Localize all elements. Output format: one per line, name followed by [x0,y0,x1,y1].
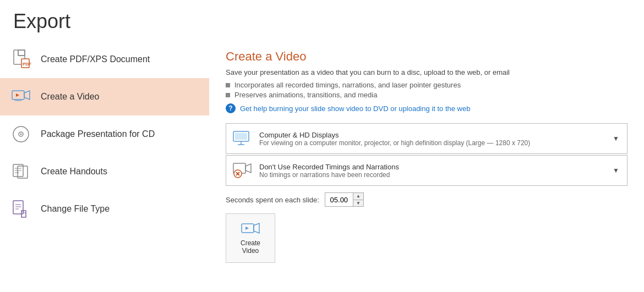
sidebar-item-pdf-label: Create PDF/XPS Document [41,54,150,64]
sidebar: PDF Create PDF/XPS Document Create a Vid… [0,38,209,292]
file-type-icon [10,198,32,220]
timings-dropdown-main: Don't Use Recorded Timings and Narration… [259,163,604,171]
svg-marker-33 [245,227,249,230]
spinner-buttons: ▲ ▼ [353,193,363,206]
svg-marker-7 [24,91,30,100]
create-video-button-icon [241,222,260,237]
help-icon: ? [226,103,236,113]
svg-marker-32 [254,223,259,233]
timings-dropdown-text: Don't Use Recorded Timings and Narration… [259,163,604,179]
bullet-item-1: Incorporates all recorded timings, narra… [226,81,627,89]
sidebar-item-filetype-label: Change File Type [41,204,110,214]
sidebar-item-package-cd[interactable]: Package Presentation for CD [0,115,209,153]
timings-dropdown-sub: No timings or narrations have been recor… [259,171,604,179]
pdf-icon: PDF [10,48,32,70]
display-dropdown-text: Computer & HD Displays For viewing on a … [259,131,604,147]
svg-point-12 [20,134,22,135]
seconds-row: Seconds spent on each slide: ▲ ▼ [226,192,627,207]
seconds-down-button[interactable]: ▼ [353,200,363,207]
cd-icon [10,123,32,145]
svg-marker-9 [16,93,19,97]
video-icon [10,86,32,108]
content-title: Create a Video [226,49,627,64]
bullet-item-2: Preserves animations, transitions, and m… [226,91,627,99]
sidebar-item-video-label: Create a Video [41,92,99,102]
sidebar-item-cd-label: Package Presentation for CD [41,129,155,139]
svg-text:PDF: PDF [23,62,31,67]
display-dropdown-sub: For viewing on a computer monitor, proje… [259,139,604,147]
seconds-up-button[interactable]: ▲ [353,193,363,200]
bullet-square-2 [226,93,230,97]
create-video-button[interactable]: CreateVideo [226,213,275,263]
svg-rect-1 [18,50,25,56]
timings-dropdown-icon [232,160,253,181]
help-link-row: ? Get help burning your slide show video… [226,103,627,113]
content-area: Create a Video Save your presentation as… [209,38,644,292]
timings-dropdown[interactable]: Don't Use Recorded Timings and Narration… [226,155,627,186]
seconds-input[interactable] [325,193,353,206]
bullet-square-1 [226,83,230,87]
help-link[interactable]: Get help burning your slide show video t… [240,104,470,113]
svg-marker-27 [245,164,251,173]
sidebar-item-create-pdf[interactable]: PDF Create PDF/XPS Document [0,41,209,78]
sidebar-item-change-file-type[interactable]: Change File Type [0,190,209,228]
seconds-label: Seconds spent on each slide: [226,196,319,204]
sidebar-item-create-video[interactable]: Create a Video [0,78,209,115]
create-video-button-label: CreateVideo [241,239,260,255]
sidebar-item-create-handouts[interactable]: Create Handouts [0,153,209,190]
svg-rect-25 [235,133,247,140]
bullet-list: Incorporates all recorded timings, narra… [226,81,627,99]
display-dropdown[interactable]: Computer & HD Displays For viewing on a … [226,123,627,154]
page-title: Export [0,0,644,38]
content-description: Save your presentation as a video that y… [226,68,627,76]
seconds-input-wrapper[interactable]: ▲ ▼ [325,192,364,207]
svg-rect-8 [15,100,21,101]
display-dropdown-icon [232,128,253,149]
sidebar-item-handouts-label: Create Handouts [41,167,107,177]
display-dropdown-arrow[interactable]: ▼ [610,133,621,144]
handouts-icon [10,161,32,183]
display-dropdown-main: Computer & HD Displays [259,131,604,139]
timings-dropdown-arrow[interactable]: ▼ [610,165,621,176]
